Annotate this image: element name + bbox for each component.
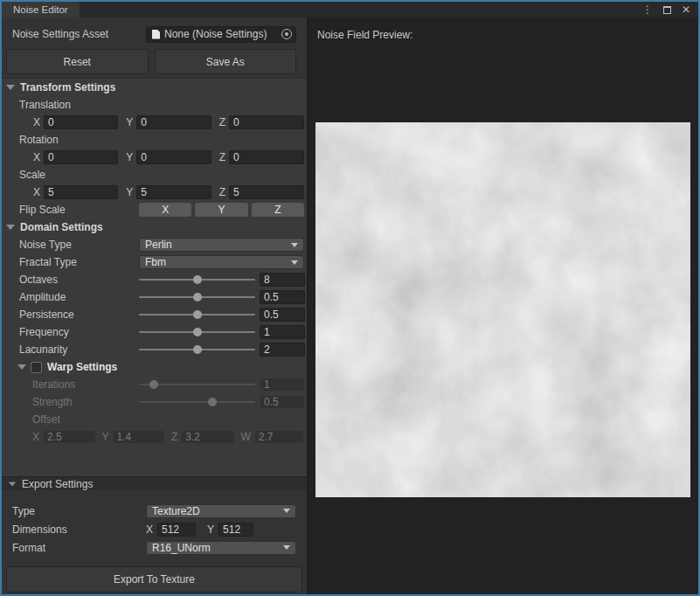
flip-z-button[interactable]: Z: [252, 203, 304, 217]
lacunarity-field[interactable]: [260, 343, 305, 357]
offset-x-field: [43, 430, 95, 444]
offset-w-field: [254, 430, 304, 444]
rotation-z-field[interactable]: [229, 150, 304, 164]
y-axis-label: Y: [102, 431, 109, 443]
transform-settings-foldout[interactable]: Transform Settings: [2, 79, 307, 96]
flip-scale-row: Flip Scale X Y Z: [2, 201, 307, 218]
export-settings-foldout[interactable]: Export Settings: [2, 476, 307, 490]
slider-thumb[interactable]: [193, 345, 202, 354]
flip-x-button[interactable]: X: [139, 203, 191, 217]
dimensions-x-field[interactable]: [157, 523, 196, 537]
warp-disabled-group: Iterations Strength: [2, 376, 307, 446]
close-icon[interactable]: ✕: [679, 3, 693, 17]
flip-scale-label: Flip Scale: [19, 204, 139, 216]
tab-bar: Noise Editor ⋮ ✕: [2, 2, 698, 17]
section-title: Transform Settings: [20, 81, 115, 94]
toolbar: Noise Settings Asset None (Noise Setting…: [2, 17, 307, 79]
noise-type-dropdown[interactable]: Perlin: [139, 238, 304, 252]
warp-settings-foldout[interactable]: Warp Settings: [2, 358, 307, 376]
fractal-type-dropdown[interactable]: Fbm: [139, 255, 304, 269]
translation-fields: X Y Z: [2, 114, 307, 131]
amplitude-field[interactable]: [260, 290, 305, 304]
z-axis-label: Z: [219, 151, 225, 163]
offset-label-row: Offset: [2, 411, 307, 428]
maximize-icon[interactable]: [660, 3, 674, 17]
scale-z-field[interactable]: [229, 185, 304, 199]
w-axis-label: W: [241, 431, 251, 443]
save-as-button[interactable]: Save As: [155, 49, 297, 74]
asset-value: None (Noise Settings): [164, 28, 267, 40]
slider-thumb[interactable]: [193, 328, 202, 336]
x-axis-label: X: [32, 431, 39, 443]
frequency-field[interactable]: [260, 325, 305, 339]
y-axis-label: Y: [126, 151, 133, 163]
z-axis-label: Z: [219, 186, 225, 198]
rotation-x-field[interactable]: [44, 150, 118, 164]
settings-area: Transform Settings Translation X Y Z Rot…: [2, 79, 307, 476]
z-axis-label: Z: [171, 431, 177, 443]
noise-editor-window: Noise Editor ⋮ ✕ Noise Settings Asset No…: [0, 0, 700, 596]
fractal-type-row: Fractal Type Fbm: [2, 253, 307, 271]
tab-noise-editor[interactable]: Noise Editor: [2, 2, 80, 17]
foldout-arrow-icon: [6, 85, 15, 90]
offset-fields: X Y Z W: [2, 428, 307, 446]
translation-z-field[interactable]: [229, 115, 304, 129]
dimensions-row: Dimensions X Y: [2, 520, 307, 538]
script-asset-icon: [152, 30, 160, 39]
y-axis-label: Y: [126, 186, 133, 198]
iterations-slider: [139, 378, 255, 392]
flip-y-button[interactable]: Y: [195, 203, 247, 217]
export-type-dropdown[interactable]: Texture2D: [146, 504, 296, 518]
scale-fields: X Y Z: [2, 184, 307, 201]
scale-x-field[interactable]: [44, 185, 118, 199]
export-type-row: Type Texture2D: [2, 502, 307, 520]
asset-object-field[interactable]: None (Noise Settings): [146, 26, 296, 43]
slider-thumb[interactable]: [193, 293, 202, 301]
octaves-field[interactable]: [260, 273, 305, 287]
octaves-slider[interactable]: [139, 273, 255, 287]
amplitude-row: Amplitude: [2, 288, 307, 306]
amplitude-slider[interactable]: [139, 290, 255, 304]
strength-field: [260, 395, 305, 409]
slider-thumb[interactable]: [193, 310, 202, 319]
slider-thumb[interactable]: [193, 275, 202, 284]
section-title: Domain Settings: [20, 221, 103, 233]
kebab-menu-icon[interactable]: ⋮: [641, 3, 655, 17]
format-label: Format: [12, 542, 146, 554]
window-controls: ⋮ ✕: [641, 2, 698, 17]
chevron-down-icon: [291, 260, 298, 265]
noise-settings-asset-row: Noise Settings Asset None (Noise Setting…: [2, 25, 307, 43]
rotation-y-field[interactable]: [136, 150, 211, 164]
noise-type-label: Noise Type: [19, 239, 139, 251]
scale-y-field[interactable]: [136, 185, 211, 199]
format-dropdown[interactable]: R16_UNorm: [146, 541, 296, 555]
translation-x-field[interactable]: [44, 115, 118, 129]
foldout-arrow-icon: [17, 364, 26, 370]
section-title: Export Settings: [22, 478, 93, 490]
tab-title: Noise Editor: [13, 4, 68, 15]
preview-label: Noise Field Preview:: [317, 29, 412, 41]
noise-preview-image: [315, 122, 690, 497]
section-title: Warp Settings: [47, 361, 117, 373]
translation-y-field[interactable]: [136, 115, 211, 129]
lacunarity-slider[interactable]: [139, 343, 255, 357]
persistence-field[interactable]: [260, 308, 305, 322]
reset-button[interactable]: Reset: [6, 49, 149, 74]
domain-settings-foldout[interactable]: Domain Settings: [2, 218, 307, 236]
export-to-texture-button[interactable]: Export To Texture: [6, 566, 302, 593]
y-axis-label: Y: [126, 116, 133, 128]
chevron-down-icon: [283, 509, 290, 513]
iterations-row: Iterations: [2, 376, 307, 393]
chevron-down-icon: [283, 545, 290, 550]
warp-enabled-checkbox[interactable]: [31, 362, 42, 373]
export-settings-body: Type Texture2D Dimensions X Y Format R16…: [2, 490, 307, 594]
frequency-slider[interactable]: [139, 325, 255, 339]
asset-label: Noise Settings Asset: [12, 28, 146, 40]
type-label: Type: [12, 505, 146, 517]
persistence-slider[interactable]: [139, 308, 255, 322]
y-axis-label: Y: [207, 523, 214, 536]
fractal-type-label: Fractal Type: [19, 256, 139, 268]
format-row: Format R16_UNorm: [2, 538, 307, 557]
object-picker-icon[interactable]: [281, 29, 292, 39]
dimensions-y-field[interactable]: [218, 523, 253, 537]
